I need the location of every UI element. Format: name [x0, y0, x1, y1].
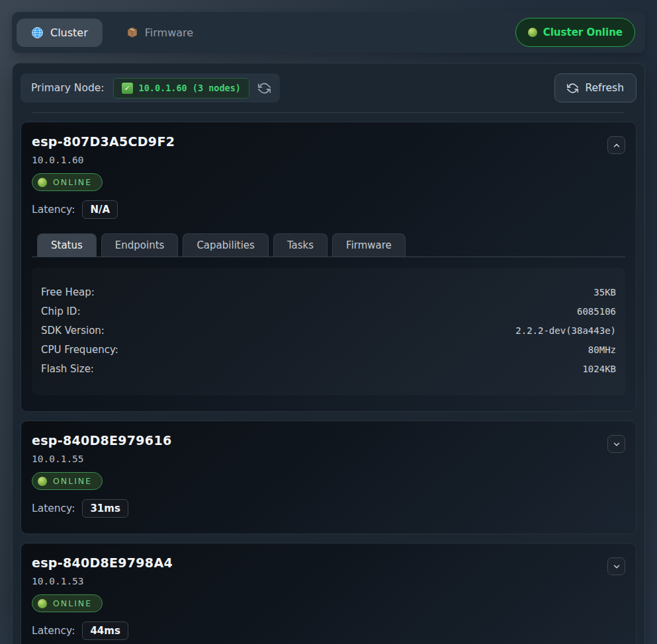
tab-firmware-node[interactable]: Firmware: [332, 233, 406, 257]
latency-row: Latency: 31ms: [32, 499, 625, 518]
package-icon: [126, 26, 138, 38]
table-row: Flash Size: 1024KB: [41, 359, 616, 378]
node-title: esp-840D8E979616: [32, 433, 625, 448]
expand-button[interactable]: [607, 557, 625, 575]
node-card-esp-840D8E9798A4: esp-840D8E9798A4 10.0.1.53 ONLINE Latenc…: [21, 543, 636, 644]
green-dot-icon: [38, 599, 47, 608]
green-dot-icon: [528, 28, 537, 37]
node-ip: 10.0.1.60: [32, 155, 625, 165]
table-row: Chip ID: 6085106: [41, 302, 616, 321]
expand-button[interactable]: [607, 435, 625, 453]
table-row: SDK Version: 2.2.2-dev(38a443e): [41, 321, 616, 340]
toolbar: Primary Node: ✓ 10.0.1.60 (3 nodes): [21, 73, 636, 102]
cluster-online-badge: Cluster Online: [515, 18, 635, 47]
field-label: Flash Size:: [41, 363, 94, 375]
tab-cluster-label: Cluster: [50, 26, 88, 39]
node-title: esp-807D3A5CD9F2: [32, 134, 625, 149]
tab-status[interactable]: Status: [37, 233, 97, 257]
chevron-up-icon: [612, 141, 621, 150]
primary-node-label: Primary Node:: [31, 82, 105, 94]
check-icon: ✓: [122, 83, 133, 94]
status-badge: ONLINE: [32, 173, 103, 191]
status-badge-label: ONLINE: [53, 177, 92, 187]
green-dot-icon: [38, 178, 47, 187]
tab-endpoints[interactable]: Endpoints: [101, 233, 179, 257]
node-ip: 10.0.1.55: [32, 454, 625, 464]
table-row: CPU Frequency: 80MHz: [41, 340, 616, 359]
node-ip: 10.0.1.53: [32, 576, 625, 586]
toolbar-divider: [32, 112, 625, 113]
field-label: Free Heap:: [41, 286, 95, 298]
tab-capabilities[interactable]: Capabilities: [183, 233, 269, 257]
refresh-button-label: Refresh: [585, 82, 624, 94]
sync-icon[interactable]: [258, 82, 271, 95]
tab-tasks[interactable]: Tasks: [273, 233, 328, 257]
latency-value: N/A: [82, 200, 118, 219]
primary-node-bar: Primary Node: ✓ 10.0.1.60 (3 nodes): [21, 73, 280, 102]
field-value: 6085106: [577, 306, 616, 317]
tab-cluster[interactable]: Cluster: [17, 19, 103, 47]
field-value: 1024KB: [582, 364, 616, 374]
globe-icon: [31, 26, 44, 39]
latency-label: Latency:: [32, 625, 75, 637]
field-value: 2.2.2-dev(38a443e): [515, 325, 616, 336]
status-badge-label: ONLINE: [53, 476, 92, 486]
field-value: 35KB: [593, 287, 616, 298]
latency-row: Latency: N/A: [32, 200, 625, 219]
tab-firmware[interactable]: Firmware: [124, 19, 196, 47]
node-title: esp-840D8E9798A4: [32, 555, 625, 570]
page: Cluster Firmware Cluster Online Primary …: [0, 0, 657, 644]
green-dot-icon: [38, 477, 47, 486]
field-label: Chip ID:: [41, 305, 80, 317]
latency-row: Latency: 44ms: [32, 622, 625, 640]
cluster-online-label: Cluster Online: [543, 26, 623, 38]
status-badge-label: ONLINE: [53, 598, 92, 608]
status-panel: Free Heap: 35KB Chip ID: 6085106 SDK Ver…: [32, 268, 625, 395]
primary-node-badge: ✓ 10.0.1.60 (3 nodes): [113, 78, 249, 99]
primary-node-value: 10.0.1.60 (3 nodes): [139, 83, 241, 93]
field-label: SDK Version:: [41, 325, 105, 337]
field-label: CPU Frequency:: [41, 344, 118, 356]
node-card-esp-807D3A5CD9F2: esp-807D3A5CD9F2 10.0.1.60 ONLINE Latenc…: [21, 122, 636, 412]
refresh-button[interactable]: Refresh: [554, 73, 636, 102]
field-value: 80MHz: [588, 344, 616, 355]
tab-firmware-label: Firmware: [145, 26, 193, 39]
navbar: Cluster Firmware Cluster Online: [12, 12, 645, 53]
node-tabs: Status Endpoints Capabilities Tasks Firm…: [32, 233, 625, 257]
chevron-down-icon: [612, 562, 621, 571]
chevron-down-icon: [612, 440, 621, 449]
refresh-icon: [567, 83, 578, 94]
latency-label: Latency:: [32, 204, 75, 216]
status-badge: ONLINE: [32, 472, 103, 490]
status-badge: ONLINE: [32, 594, 103, 612]
main-container: Primary Node: ✓ 10.0.1.60 (3 nodes): [12, 63, 645, 644]
latency-value: 31ms: [82, 499, 128, 518]
node-card-esp-840D8E979616: esp-840D8E979616 10.0.1.55 ONLINE Latenc…: [21, 421, 636, 534]
table-row: Free Heap: 35KB: [41, 282, 616, 302]
collapse-button[interactable]: [607, 136, 625, 154]
latency-label: Latency:: [32, 503, 75, 514]
latency-value: 44ms: [82, 622, 128, 640]
